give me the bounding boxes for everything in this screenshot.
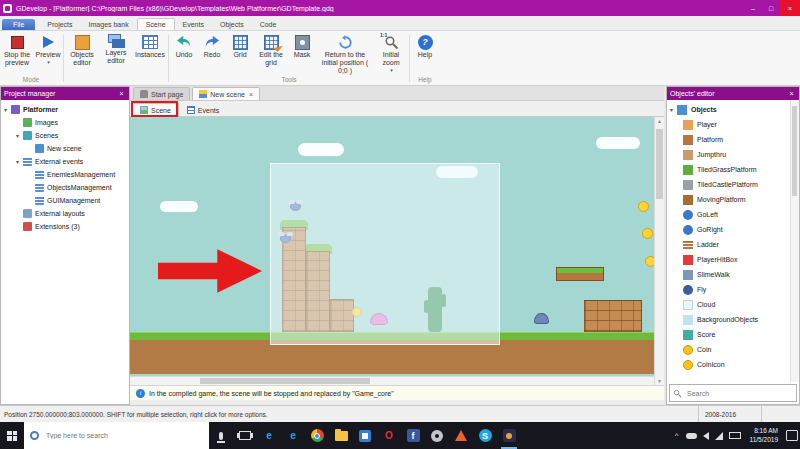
network-icon[interactable] (715, 432, 723, 440)
scrollbar-thumb[interactable] (200, 378, 370, 384)
onedrive-cloud-icon[interactable] (686, 433, 697, 439)
tab-new-scene[interactable]: New scene × (192, 87, 260, 100)
tab-objects[interactable]: Objects (212, 19, 252, 30)
help-button[interactable]: ? Help (412, 32, 438, 59)
object-item-tiledgrassplatform[interactable]: TiledGrassPlatform (667, 162, 799, 177)
ground-dirt[interactable] (130, 340, 654, 374)
object-item-platform[interactable]: Platform (667, 132, 799, 147)
taskbar-search-box[interactable] (24, 422, 209, 449)
brick-platform-instance[interactable] (584, 300, 642, 332)
start-button[interactable] (0, 422, 24, 449)
coin-instance[interactable] (645, 256, 654, 267)
tree-item-enemies-management[interactable]: .EnemiesManagement (1, 168, 129, 181)
objects-search-input[interactable] (685, 389, 793, 398)
slime-enemy-instance[interactable] (534, 313, 549, 324)
object-item-goleft[interactable]: GoLeft (667, 207, 799, 222)
settings-taskbar-button[interactable] (425, 422, 449, 449)
tree-item-objects-management[interactable]: .ObjectsManagement (1, 181, 129, 194)
tab-file[interactable]: File (2, 19, 35, 30)
edge-taskbar-button[interactable]: e (257, 422, 281, 449)
objects-search-box[interactable] (669, 384, 797, 402)
tree-item-new-scene[interactable]: .New scene (1, 142, 129, 155)
return-initial-position-button[interactable]: Return to the initial position ( 0;0 ) (317, 32, 373, 75)
tab-start-page[interactable]: Start page (133, 87, 190, 100)
tree-item-external-layouts[interactable]: .External layouts (1, 207, 129, 220)
vlc-taskbar-button[interactable] (449, 422, 473, 449)
mask-button[interactable]: Mask (289, 32, 315, 59)
instances-button[interactable]: Instances (134, 32, 166, 59)
object-item-backgroundobjects[interactable]: BackgroundObjects (667, 312, 799, 327)
object-item-tiledcastleplatform[interactable]: TiledCastlePlatform (667, 177, 799, 192)
taskbar-clock[interactable]: 8:16 AM 11/5/2019 (744, 427, 784, 444)
chrome-taskbar-button[interactable] (305, 422, 329, 449)
tab-events[interactable]: Events (175, 19, 212, 30)
skype-taskbar-button[interactable]: S (473, 422, 497, 449)
cloud-instance[interactable] (596, 137, 640, 149)
object-item-movingplatform[interactable]: MovingPlatform (667, 192, 799, 207)
tab-close-icon[interactable]: × (249, 91, 253, 98)
subtab-events[interactable]: Events (180, 104, 226, 116)
battery-icon[interactable] (729, 432, 741, 439)
stop-preview-button[interactable]: Stop the preview (1, 32, 33, 67)
object-item-coinicon[interactable]: CoinIcon (667, 357, 799, 372)
tree-item-images[interactable]: .Images (1, 116, 129, 129)
object-item-jumpthru[interactable]: Jumpthru (667, 147, 799, 162)
coin-instance[interactable] (638, 201, 649, 212)
object-item-cloud[interactable]: Cloud (667, 297, 799, 312)
object-item-playerhitbox[interactable]: PlayerHitBox (667, 252, 799, 267)
scrollbar-thumb[interactable] (656, 129, 663, 199)
coin-instance[interactable] (642, 228, 653, 239)
minimize-button[interactable]: – (744, 0, 762, 16)
task-view-button[interactable] (233, 422, 257, 449)
redo-button[interactable]: Redo (199, 32, 225, 59)
layers-editor-button[interactable]: Layers editor (100, 32, 132, 65)
vertical-scrollbar[interactable]: ▲ ▼ (654, 117, 664, 385)
tree-item-extensions[interactable]: .Extensions (3) (1, 220, 129, 233)
objects-editor-button[interactable]: Objects editor (66, 32, 98, 67)
tree-item-platformer[interactable]: ▾Platformer (1, 103, 129, 116)
gdevelop-taskbar-button[interactable] (497, 422, 521, 449)
panel-close-icon[interactable]: × (787, 90, 796, 97)
tray-expand-icon[interactable]: ^ (671, 431, 683, 440)
taskbar-search-input[interactable] (44, 431, 209, 440)
horizontal-scrollbar[interactable] (130, 376, 654, 385)
object-item-slimewalk[interactable]: SlimeWalk (667, 267, 799, 282)
scroll-down-icon[interactable]: ▼ (655, 378, 664, 384)
object-item-player[interactable]: Player (667, 117, 799, 132)
facebook-taskbar-button[interactable]: f (401, 422, 425, 449)
tree-item-scenes[interactable]: ▾Scenes (1, 129, 129, 142)
panel-close-icon[interactable]: × (117, 90, 126, 97)
cloud-instance[interactable] (298, 143, 344, 156)
scroll-up-icon[interactable]: ▲ (655, 118, 664, 124)
initial-zoom-button[interactable]: 1:1 Initial zoom ▾ (375, 32, 407, 73)
tab-projects[interactable]: Projects (39, 19, 80, 30)
tab-images-bank[interactable]: Images bank (81, 19, 137, 30)
store-taskbar-button[interactable] (353, 422, 377, 449)
object-item-coin[interactable]: Coin (667, 342, 799, 357)
tree-item-gui-management[interactable]: .GUIManagement (1, 194, 129, 207)
opera-taskbar-button[interactable]: O (377, 422, 401, 449)
grass-platform-instance[interactable] (556, 267, 604, 281)
volume-icon[interactable] (703, 432, 709, 440)
object-item-goright[interactable]: GoRight (667, 222, 799, 237)
internet-explorer-taskbar-button[interactable]: e (281, 422, 305, 449)
tab-scene[interactable]: Scene (137, 18, 175, 30)
scene-canvas[interactable] (130, 117, 654, 376)
maximize-button[interactable]: □ (762, 0, 780, 16)
grid-button[interactable]: Grid (227, 32, 253, 59)
object-item-score[interactable]: Score (667, 327, 799, 342)
scrollbar-thumb[interactable] (792, 106, 797, 196)
object-item-ladder[interactable]: Ladder (667, 237, 799, 252)
preview-button[interactable]: Preview ▾ (35, 32, 61, 65)
cloud-instance[interactable] (160, 201, 198, 212)
file-explorer-taskbar-button[interactable] (329, 422, 353, 449)
objects-list-scrollbar[interactable] (790, 100, 799, 382)
edit-grid-button[interactable]: Edit the grid (255, 32, 287, 67)
object-item-fly[interactable]: Fly (667, 282, 799, 297)
undo-button[interactable]: Undo (171, 32, 197, 59)
microphone-button[interactable] (209, 422, 233, 449)
tree-item-external-events[interactable]: ▾External events (1, 155, 129, 168)
close-button[interactable]: × (780, 0, 800, 16)
objects-root-folder[interactable]: ▾Objects (667, 102, 799, 117)
action-center-button[interactable] (784, 422, 800, 449)
